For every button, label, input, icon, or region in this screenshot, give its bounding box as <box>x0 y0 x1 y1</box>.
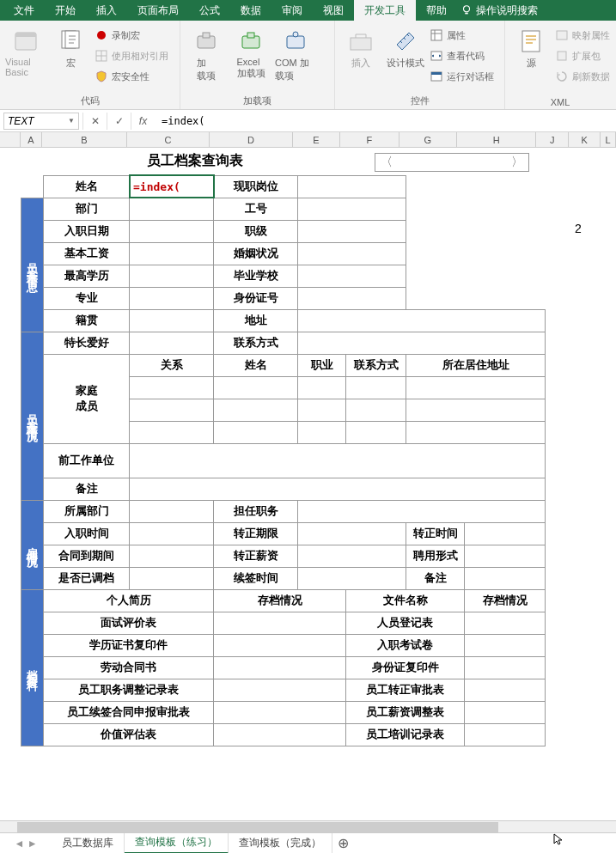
svg-point-0 <box>464 6 470 12</box>
label-edu: 最高学历 <box>44 265 130 287</box>
scroll-left-icon[interactable]: 〈 <box>381 155 393 170</box>
shield-icon <box>95 70 108 83</box>
label-employ-type: 聘用形式 <box>406 545 465 567</box>
macro-button[interactable]: 宏 <box>50 22 91 70</box>
tab-review[interactable]: 审阅 <box>271 0 313 21</box>
select-all-corner[interactable] <box>0 132 21 148</box>
sheet-tab-done[interactable]: 查询模板（完成） <box>229 833 332 854</box>
tab-data[interactable]: 数据 <box>230 0 271 21</box>
label-hire-time: 入职时间 <box>44 522 130 545</box>
tab-insert[interactable]: 插入 <box>86 0 127 21</box>
xml-source-button[interactable]: 源 <box>510 22 552 70</box>
tab-formulas[interactable]: 公式 <box>189 0 230 21</box>
sheet-tab-db[interactable]: 员工数据库 <box>52 833 125 854</box>
label-interview: 面试评价表 <box>44 612 214 634</box>
label-contact: 联系方式 <box>214 332 298 354</box>
col-header[interactable]: E <box>293 132 340 148</box>
label-regular-salary: 转正薪资 <box>214 545 298 567</box>
record-icon <box>95 28 108 42</box>
visual-basic-button[interactable]: Visual Basic <box>5 22 46 77</box>
tab-view[interactable]: 视图 <box>313 0 354 21</box>
tab-home[interactable]: 开始 <box>45 0 86 21</box>
addins-button[interactable]: 加 载项 <box>186 22 227 82</box>
label-duty-change: 员工职务调整记录表 <box>44 679 214 701</box>
horizontal-scrollbar[interactable] <box>0 820 616 832</box>
design-mode-button[interactable]: 设计模式 <box>385 22 426 70</box>
tab-help[interactable]: 帮助 <box>416 0 457 21</box>
label-fcontact: 联系方式 <box>346 354 406 376</box>
label-training: 员工培训记录表 <box>346 723 465 746</box>
fx-button[interactable]: fx <box>131 113 155 130</box>
scroll-right-icon[interactable]: 〉 <box>511 155 523 170</box>
label-native: 籍贯 <box>44 309 130 332</box>
col-header[interactable]: L <box>601 132 616 148</box>
com-addins-button[interactable]: COM 加载项 <box>275 22 316 82</box>
accept-formula-button[interactable]: ✓ <box>107 113 131 130</box>
col-header[interactable]: C <box>127 132 210 148</box>
tab-developer[interactable]: 开发工具 <box>354 0 416 21</box>
group-controls-label: 控件 <box>340 93 499 109</box>
editing-cell[interactable]: =index( <box>130 175 214 198</box>
formula-input[interactable]: =index( <box>155 115 616 127</box>
tab-layout[interactable]: 页面布局 <box>127 0 189 21</box>
relative-ref-button[interactable]: 使用相对引用 <box>95 46 168 65</box>
ribbon-body: Visual Basic 宏 录制宏 使用相对引用 宏安全性 <box>0 21 616 110</box>
code-icon <box>430 49 443 63</box>
sheet-tab-practice[interactable]: 查询模板（练习） <box>125 833 229 854</box>
expansion-button[interactable]: 扩展包 <box>555 46 610 65</box>
map-props-button[interactable]: 映射属性 <box>555 26 610 45</box>
label-diploma: 学历证书复印件 <box>44 634 214 656</box>
label-remark2: 备注 <box>406 567 465 589</box>
col-header[interactable]: F <box>340 132 399 148</box>
col-header[interactable]: J <box>536 132 568 148</box>
scrollbar-control[interactable]: 〈 〉 <box>375 153 529 172</box>
cell-k3[interactable]: 2 <box>562 222 595 235</box>
formula-bar: TEXT ▼ ✕ ✓ fx =index( <box>0 110 616 132</box>
label-hobby: 特长爱好 <box>44 332 130 354</box>
tell-me[interactable]: 操作说明搜索 <box>460 3 538 18</box>
col-header[interactable]: D <box>210 132 293 148</box>
scrollbar-thumb[interactable] <box>17 822 498 832</box>
tab-file[interactable]: 文件 <box>3 0 45 21</box>
col-header[interactable]: K <box>569 132 601 148</box>
properties-button[interactable]: 属性 <box>430 26 494 45</box>
col-header[interactable]: B <box>42 132 126 148</box>
label-salary-adjust: 员工薪资调整表 <box>346 701 465 723</box>
macro-security-button[interactable]: 宏安全性 <box>95 67 168 86</box>
section-archive: 档案资料 <box>21 589 44 746</box>
label-faddress: 所在居住地址 <box>406 354 546 376</box>
name-box[interactable]: TEXT ▼ <box>3 113 79 130</box>
col-header[interactable]: G <box>399 132 457 148</box>
group-xml-label: XML <box>510 95 610 109</box>
refresh-icon <box>555 70 569 83</box>
record-macro-button[interactable]: 录制宏 <box>95 26 168 45</box>
add-sheet-button[interactable]: ⊕ <box>332 835 353 851</box>
label-prev-employer: 前工作单位 <box>44 443 130 478</box>
com-icon <box>282 27 309 55</box>
label-archive-status2: 存档情况 <box>465 589 546 612</box>
excel-addins-button[interactable]: Excel 加载项 <box>230 22 271 80</box>
col-header[interactable]: A <box>21 132 43 148</box>
label-contract: 劳动合同书 <box>44 656 214 679</box>
group-addins-label: 加载项 <box>186 93 329 109</box>
label-address: 地址 <box>214 309 298 332</box>
col-header[interactable]: H <box>457 132 537 148</box>
label-occupation: 职业 <box>298 354 346 376</box>
sheet-nav[interactable]: ◄ ► <box>0 838 52 850</box>
label-salary: 基本工资 <box>44 242 130 265</box>
label-renew-time: 续签时间 <box>214 567 298 589</box>
refresh-button[interactable]: 刷新数据 <box>555 67 610 86</box>
svg-rect-11 <box>287 36 304 48</box>
properties-icon <box>430 28 443 42</box>
cancel-formula-button[interactable]: ✕ <box>82 113 107 130</box>
mouse-cursor-icon <box>552 832 566 846</box>
dropdown-icon[interactable]: ▼ <box>68 117 75 125</box>
svg-rect-2 <box>15 33 36 37</box>
label-file-name: 文件名称 <box>346 589 465 612</box>
run-dialog-button[interactable]: 运行对话框 <box>430 67 494 86</box>
insert-control-button[interactable]: 插入 <box>340 22 381 70</box>
view-code-button[interactable]: 查看代码 <box>430 46 494 65</box>
label-archived: 是否已调档 <box>44 567 130 589</box>
label-duty: 担任职务 <box>214 500 298 522</box>
excel-addins-icon <box>237 27 265 55</box>
